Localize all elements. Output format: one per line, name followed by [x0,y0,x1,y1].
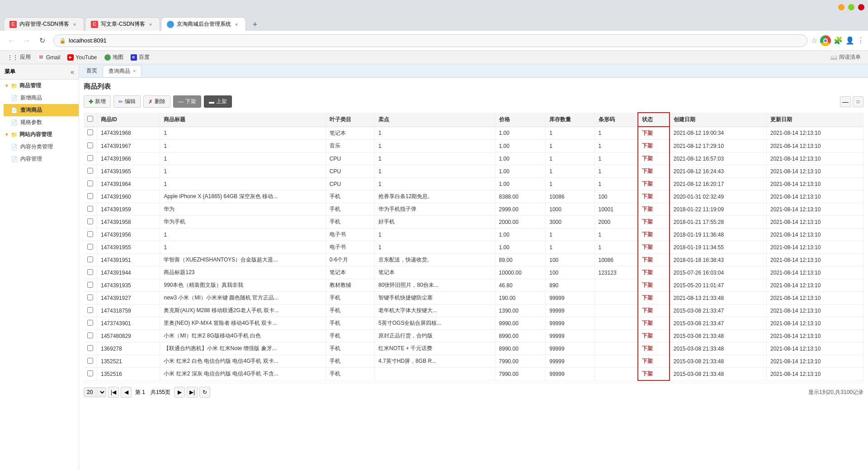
bookmark-maps[interactable]: 📍 地图 [101,52,127,62]
sidebar-item-content-manage[interactable]: 📄 内容管理 [4,153,79,165]
list-product-button[interactable]: ▬ 上架 [204,95,232,108]
sidebar-group-content-header[interactable]: ▼ 📁 网站内容管理 [0,128,79,141]
row-category: CPU [326,152,374,165]
row-checkbox[interactable] [87,206,93,212]
prev-page-button[interactable]: ◀ [121,387,132,398]
table-row: 1474391968 1 笔记本 1 1.00 1 1 下架 2021-08-1… [84,127,863,140]
row-checkbox[interactable] [87,307,93,313]
next-page-button[interactable]: ▶ [174,387,185,398]
sidebar-collapse-button[interactable]: « [71,68,74,76]
per-page-select[interactable]: 20 50 100 [84,387,106,397]
row-category: 手机 [326,216,374,228]
row-checkbox[interactable] [87,244,93,250]
row-status: 下架 [638,228,670,241]
status-badge: 下架 [642,269,653,275]
row-barcode: 1 [594,152,638,165]
bookmark-youtube[interactable]: ▶ YouTube [64,53,100,62]
refresh-pagination-button[interactable]: ↻ [199,387,210,398]
row-created-date: 2018-01-22 11:19:09 [670,203,767,216]
row-checkbox[interactable] [87,294,93,300]
edit-product-button[interactable]: ✏ 编辑 [113,95,141,108]
sidebar-item-add-product[interactable]: 📄 新增商品 [4,92,79,104]
row-stock: 99999 [546,342,594,355]
row-checkbox[interactable] [87,320,93,326]
address-bar[interactable]: 🔒 localhost:8091 [53,34,807,47]
browser-tab-2[interactable]: C 写文章-CSDN博客 × [85,17,160,31]
row-stock: 1 [546,165,594,178]
row-checkbox-cell [84,330,97,342]
delete-product-button[interactable]: ✗ 删除 [143,95,170,108]
forward-button[interactable]: → [20,34,33,47]
row-product-title: 华为手机 [160,216,326,228]
maximize-button[interactable] [848,4,854,10]
row-checkbox[interactable] [87,218,93,224]
row-stock: 99999 [546,304,594,317]
menu-icon[interactable]: ⋮ [857,36,864,45]
delist-product-button[interactable]: — 下架 [173,95,201,108]
browser-tab-1[interactable]: C 内容管理-CSDN博客 × [4,17,84,31]
add-icon: ✚ [89,99,93,105]
extensions-icon[interactable]: 🧩 [834,36,843,45]
row-checkbox[interactable] [87,231,93,237]
row-checkbox[interactable] [87,332,93,338]
tab-close-1[interactable]: × [71,21,78,28]
maximize-panel-button[interactable]: □ [853,96,863,107]
sidebar-item-query-product[interactable]: 📄 查询商品 [4,104,79,116]
row-checkbox[interactable] [87,193,93,199]
close-window-button[interactable] [858,4,864,10]
folder-icon-cat: 📄 [11,144,18,150]
tab-close-2[interactable]: × [147,21,154,28]
sidebar-item-spec[interactable]: 📄 规格参数 [4,116,79,128]
section-title: 商品列表 [84,82,863,91]
select-all-checkbox[interactable] [87,116,93,122]
row-checkbox[interactable] [87,282,93,288]
bookmark-star-icon[interactable]: ☆ [811,36,817,45]
bookmark-gmail[interactable]: M Gmail [34,53,64,62]
add-product-button[interactable]: ✚ 新增 [84,95,111,108]
edit-icon: ✏ [118,99,123,105]
row-checkbox[interactable] [87,358,93,364]
row-checkbox[interactable] [87,142,93,148]
row-price: 1.00 [495,178,546,190]
row-status: 下架 [638,317,670,330]
tab-close-3[interactable]: × [233,21,240,28]
row-product-title: 【联通合约惠机】小米 红米Note 增强版 象牙... [160,342,326,355]
profile-icon[interactable]: 👤 [845,36,854,45]
first-page-button[interactable]: |◀ [108,387,119,398]
row-checkbox[interactable] [87,345,93,351]
row-checkbox[interactable] [87,180,93,186]
last-page-button[interactable]: ▶| [187,387,198,398]
main-tab-query[interactable]: 查询商品 × [103,65,142,77]
folder-icon-manage: 📄 [11,156,18,162]
sidebar-item-content-category[interactable]: 📄 内容分类管理 [4,141,79,153]
back-button[interactable]: ← [5,34,18,47]
new-tab-button[interactable]: + [249,18,261,31]
row-checkbox[interactable] [87,269,93,275]
row-barcode [594,368,638,381]
reload-button[interactable]: ↻ [35,34,49,47]
row-stock: 1 [546,241,594,254]
browser-tab-3[interactable]: 🌐 京淘商城后台管理系统 × [161,17,246,31]
main-tab-query-close[interactable]: × [133,68,136,74]
row-checkbox[interactable] [87,129,93,135]
sidebar-group-products-header[interactable]: ▼ 📁 商品管理 [0,80,79,92]
main-tab-home[interactable]: 首页 [81,65,103,76]
row-updated-date: 2021-08-14 12:13:10 [767,317,863,330]
table-row: 1352521 小米 红米2 白色 电信合约版 电信4G手机 双卡... 手机 … [84,355,863,368]
row-checkbox[interactable] [87,155,93,161]
row-product-title: Apple iPhone X (A1865) 64GB 深空灰色 移动... [160,190,326,203]
row-product-title: 1 [160,140,326,152]
row-checkbox[interactable] [87,256,93,262]
row-barcode [594,342,638,355]
row-checkbox[interactable] [87,168,93,174]
row-barcode: 1 [594,127,638,140]
row-status: 下架 [638,241,670,254]
bookmark-apps[interactable]: ⋮⋮ 应用 [4,52,34,62]
minimize-panel-button[interactable]: — [840,96,851,107]
row-selling-point: 1 [375,140,495,152]
minimize-button[interactable] [838,4,844,10]
reading-list-button[interactable]: 📖 阅读清单 [827,52,864,62]
row-checkbox[interactable] [87,370,93,376]
folder-icon-add: 📄 [11,95,18,101]
bookmark-baidu[interactable]: B 百度 [127,52,153,62]
